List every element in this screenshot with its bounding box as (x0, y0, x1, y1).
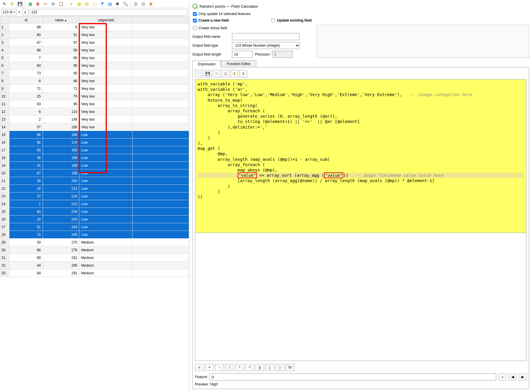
create-virtual-row[interactable]: Create virtual field (192, 25, 305, 31)
filter-value-input[interactable] (30, 9, 188, 15)
cell-value[interactable]: 278 (43, 246, 79, 254)
cell-value[interactable]: 110 (43, 108, 79, 116)
cell-value[interactable]: 65 (43, 54, 79, 62)
row-number[interactable]: 22 (0, 185, 9, 192)
cell-value[interactable]: 234 (43, 208, 79, 216)
cell-value[interactable]: 213 (43, 185, 79, 192)
row-number[interactable]: 12 (0, 108, 9, 116)
tab-expression[interactable]: Expression (192, 61, 221, 67)
only-update-checkbox[interactable] (193, 12, 197, 16)
table-row[interactable]: 48659Very low (0, 46, 189, 54)
field-calc-icon[interactable]: 🖩 (148, 1, 154, 7)
pan-to-icon[interactable]: ✥ (114, 1, 121, 7)
feature-prev-button[interactable]: ◀ (509, 373, 516, 380)
cell-id[interactable]: 66 (9, 246, 43, 254)
table-row[interactable]: 1838188Low (0, 154, 189, 162)
expr-save-icon[interactable]: 💾 (204, 70, 212, 77)
update-existing-row[interactable]: Update existing field (271, 17, 312, 24)
expr-import-icon[interactable]: ⬇ (230, 70, 238, 77)
cell-catgorized[interactable]: Very low (79, 31, 133, 39)
cell-id[interactable]: 8 (9, 77, 43, 85)
row-number[interactable]: 33 (0, 269, 9, 277)
out-name-input[interactable] (232, 33, 299, 40)
row-number[interactable]: 18 (0, 154, 9, 162)
row-number[interactable]: 17 (0, 146, 9, 154)
table-row[interactable]: 3190281Medium (0, 254, 189, 262)
cell-value[interactable]: 188 (43, 154, 79, 162)
table-row[interactable]: 2610243Low (0, 216, 189, 223)
cell-catgorized[interactable]: Very low (79, 46, 133, 54)
table-row[interactable]: 132148Very low (0, 116, 189, 123)
toggle-edit-icon[interactable]: ✎ (1, 1, 8, 7)
row-number[interactable]: 3 (0, 39, 9, 46)
cell-catgorized[interactable]: Very low (79, 108, 133, 116)
cell-id[interactable]: 40 (9, 208, 43, 216)
cell-id[interactable]: 51 (9, 223, 43, 231)
cell-value[interactable]: 291 (43, 269, 79, 277)
cell-catgorized[interactable]: Very low (79, 54, 133, 62)
cell-id[interactable]: 37 (9, 192, 43, 200)
cell-id[interactable]: 38 (9, 154, 43, 162)
cell-value[interactable]: 57 (43, 39, 79, 46)
table-row[interactable]: 126110Very low (0, 108, 189, 116)
cell-catgorized[interactable]: Medium (79, 254, 133, 262)
cell-catgorized[interactable]: Low (79, 146, 133, 154)
table-row[interactable]: 241223Low (0, 200, 189, 208)
cell-catgorized[interactable]: Low (79, 200, 133, 208)
attribute-table[interactable]: id value catgorized 1689Very low28051Ver… (0, 17, 189, 277)
operator-button[interactable]: + (205, 364, 214, 371)
table-row[interactable]: 102575Very low (0, 93, 189, 100)
cell-id[interactable]: 96 (9, 131, 43, 139)
cell-value[interactable]: 160 (43, 123, 79, 131)
cell-value[interactable]: 148 (43, 116, 79, 123)
operator-button[interactable]: - (215, 364, 224, 371)
row-number[interactable]: 19 (0, 162, 9, 169)
table-row[interactable]: 34757Very low (0, 39, 189, 46)
cell-id[interactable]: 2 (9, 116, 43, 123)
table-row[interactable]: 1759183Low (0, 146, 189, 154)
cell-catgorized[interactable]: Low (79, 177, 133, 185)
row-number[interactable]: 14 (0, 123, 9, 131)
table-row[interactable]: 2337218Low (0, 192, 189, 200)
table-row[interactable]: 1656170Low (0, 139, 189, 146)
operator-button[interactable]: = (195, 364, 204, 371)
cell-id[interactable]: 87 (9, 169, 43, 177)
multi-edit-icon[interactable]: ⧉ (9, 1, 15, 7)
row-number[interactable]: 15 (0, 131, 9, 139)
copy-icon[interactable]: ⎘ (50, 1, 57, 7)
invert-select-icon[interactable]: ▨ (83, 1, 90, 7)
select-all-icon[interactable]: ▦ (76, 1, 82, 7)
table-row[interactable]: 2872245Low (0, 231, 189, 239)
delete-feature-icon[interactable]: 🗑 (35, 1, 41, 7)
row-number[interactable]: 24 (0, 200, 9, 208)
table-row[interactable]: 2087198Low (0, 169, 189, 177)
cell-id[interactable]: 44 (9, 262, 43, 269)
row-number[interactable]: 9 (0, 85, 9, 93)
cell-catgorized[interactable]: Very low (79, 85, 133, 93)
add-feature-icon[interactable]: ▦ (27, 1, 33, 7)
cell-value[interactable]: 9 (43, 23, 79, 31)
cell-catgorized[interactable]: Very low (79, 62, 133, 69)
table-row[interactable]: 1457160Very low (0, 123, 189, 131)
operator-button[interactable]: ) (275, 364, 284, 371)
cell-catgorized[interactable]: Low (79, 139, 133, 146)
row-number[interactable]: 23 (0, 192, 9, 200)
cell-catgorized[interactable]: Low (79, 154, 133, 162)
table-row[interactable]: 28051Very low (0, 31, 189, 39)
cell-value[interactable]: 166 (43, 131, 79, 139)
cell-id[interactable]: 47 (9, 39, 43, 46)
row-number[interactable]: 8 (0, 77, 9, 85)
cell-value[interactable]: 200 (43, 177, 79, 185)
col-header-id[interactable]: id (9, 17, 43, 23)
cell-id[interactable]: 57 (9, 123, 43, 131)
operator-button[interactable]: / (225, 364, 234, 371)
deselect-icon[interactable]: ▢ (91, 1, 98, 7)
expression-blank-area[interactable] (195, 233, 526, 361)
table-row[interactable]: 3066278Medium (0, 246, 189, 254)
new-column-icon[interactable]: ▥ (132, 1, 139, 7)
table-row[interactable]: 66065Very low (0, 62, 189, 69)
expr-export-icon[interactable]: ⬆ (239, 70, 247, 77)
tab-function-editor[interactable]: Function Editor (221, 60, 256, 67)
row-number[interactable]: 29 (0, 239, 9, 246)
feature-next-button[interactable]: ▶ (519, 373, 526, 380)
